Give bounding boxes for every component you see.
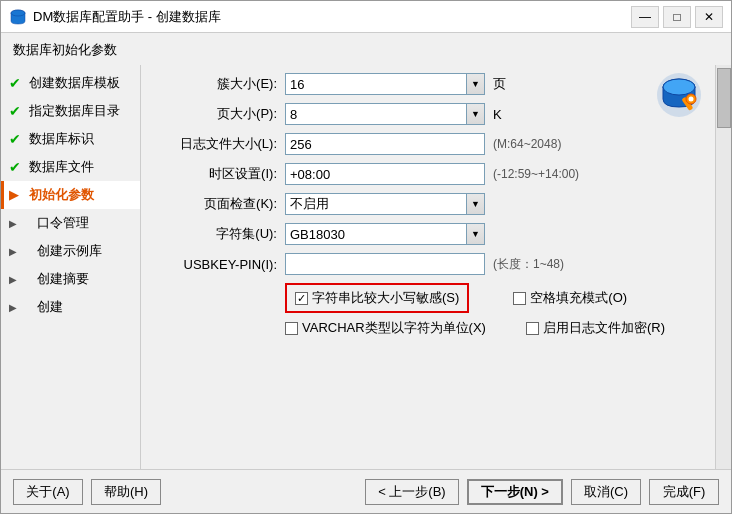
finish-button[interactable]: 完成(F) — [649, 479, 719, 505]
usbkey-pin-input[interactable] — [285, 253, 485, 275]
sidebar-item-create[interactable]: ▶ 创建 — [1, 293, 140, 321]
triangle-icon: ▶ — [9, 218, 25, 229]
log-file-size-row: 日志文件大小(L): (M:64~2048) — [157, 133, 719, 155]
sidebar-item-db-id[interactable]: ✔ 数据库标识 — [1, 125, 140, 153]
timezone-hint: (-12:59~+14:00) — [493, 167, 579, 181]
log-encrypt-checkbox[interactable]: 启用日志文件加密(R) — [526, 319, 665, 337]
page-size-dropdown-btn[interactable]: ▼ — [466, 103, 484, 125]
charset-value: GB18030 — [286, 227, 466, 242]
footer: 关于(A) 帮助(H) < 上一步(B) 下一步(N) > 取消(C) 完成(F… — [1, 469, 731, 513]
usbkey-pin-row: USBKEY-PIN(I): (长度：1~48) — [157, 253, 719, 275]
cluster-size-label: 簇大小(E): — [157, 75, 277, 93]
main-window: DM数据库配置助手 - 创建数据库 — □ ✕ 数据库初始化参数 ✔ 创建数据库… — [0, 0, 732, 514]
logo-icon — [651, 69, 707, 121]
cancel-button[interactable]: 取消(C) — [571, 479, 641, 505]
case-sensitive-checkbox[interactable]: 字符串比较大小写敏感(S) — [295, 289, 459, 307]
charset-select[interactable]: GB18030 ▼ — [285, 223, 485, 245]
sidebar-item-label: 创建数据库模板 — [29, 74, 120, 92]
logo-area — [651, 69, 707, 124]
space-fill-checkbox-box[interactable] — [513, 292, 526, 305]
page-check-row: 页面检查(K): 不启用 ▼ — [157, 193, 719, 215]
sidebar-item-label: 创建 — [37, 298, 63, 316]
sidebar-item-label: 数据库文件 — [29, 158, 94, 176]
page-size-label: 页大小(P): — [157, 105, 277, 123]
case-sensitive-label: 字符串比较大小写敏感(S) — [312, 289, 459, 307]
log-encrypt-checkbox-box[interactable] — [526, 322, 539, 335]
next-button[interactable]: 下一步(N) > — [467, 479, 563, 505]
maximize-button[interactable]: □ — [663, 6, 691, 28]
prev-button[interactable]: < 上一步(B) — [365, 479, 459, 505]
log-file-size-input[interactable] — [285, 133, 485, 155]
varchar-char-label: VARCHAR类型以字符为单位(X) — [302, 319, 486, 337]
svg-point-4 — [663, 79, 695, 95]
help-button[interactable]: 帮助(H) — [91, 479, 161, 505]
about-button[interactable]: 关于(A) — [13, 479, 83, 505]
space-fill-label: 空格填充模式(O) — [530, 289, 627, 307]
minimize-button[interactable]: — — [631, 6, 659, 28]
checkbox-row-1: 字符串比较大小写敏感(S) 空格填充模式(O) — [285, 283, 719, 313]
check-icon: ✔ — [9, 131, 25, 147]
check-icon: ✔ — [9, 159, 25, 175]
sidebar-item-init-params[interactable]: ▶ 初始化参数 — [1, 181, 140, 209]
cluster-size-unit: 页 — [493, 75, 506, 93]
checkbox-row-2: VARCHAR类型以字符为单位(X) 启用日志文件加密(R) — [285, 319, 719, 337]
svg-point-1 — [11, 10, 25, 16]
sidebar-item-specify-dir[interactable]: ✔ 指定数据库目录 — [1, 97, 140, 125]
sidebar-item-create-summary[interactable]: ▶ 创建摘要 — [1, 265, 140, 293]
app-icon — [9, 8, 27, 26]
sidebar-item-label: 数据库标识 — [29, 130, 94, 148]
timezone-input[interactable] — [285, 163, 485, 185]
sidebar-item-label: 创建摘要 — [37, 270, 89, 288]
cluster-size-row: 簇大小(E): 16 ▼ 页 — [157, 73, 719, 95]
page-check-value: 不启用 — [286, 195, 466, 213]
sidebar-item-label: 指定数据库目录 — [29, 102, 120, 120]
content-area: ✔ 创建数据库模板 ✔ 指定数据库目录 ✔ 数据库标识 ✔ 数据库文件 ▶ — [1, 65, 731, 469]
case-sensitive-highlight: 字符串比较大小写敏感(S) — [285, 283, 469, 313]
triangle-icon: ▶ — [9, 302, 25, 313]
log-file-size-hint: (M:64~2048) — [493, 137, 561, 151]
page-check-label: 页面检查(K): — [157, 195, 277, 213]
title-bar: DM数据库配置助手 - 创建数据库 — □ ✕ — [1, 1, 731, 33]
main-form: 簇大小(E): 16 ▼ 页 页大小(P): 8 ▼ K — [141, 65, 731, 469]
page-size-unit: K — [493, 107, 502, 122]
scrollbar-track[interactable] — [715, 65, 731, 469]
scrollbar-thumb[interactable] — [717, 68, 731, 128]
title-bar-left: DM数据库配置助手 - 创建数据库 — [9, 8, 221, 26]
cluster-size-dropdown-btn[interactable]: ▼ — [466, 73, 484, 95]
log-encrypt-label: 启用日志文件加密(R) — [543, 319, 665, 337]
page-check-select[interactable]: 不启用 ▼ — [285, 193, 485, 215]
check-icon: ✔ — [9, 75, 25, 91]
sidebar: ✔ 创建数据库模板 ✔ 指定数据库目录 ✔ 数据库标识 ✔ 数据库文件 ▶ — [1, 65, 141, 469]
cluster-size-value: 16 — [286, 77, 466, 92]
cluster-size-select[interactable]: 16 ▼ — [285, 73, 485, 95]
footer-left: 关于(A) 帮助(H) — [13, 479, 161, 505]
triangle-icon: ▶ — [9, 246, 25, 257]
page-title: 数据库初始化参数 — [1, 33, 731, 65]
case-sensitive-checkbox-box[interactable] — [295, 292, 308, 305]
arrow-right-icon: ▶ — [9, 188, 25, 202]
timezone-row: 时区设置(I): (-12:59~+14:00) — [157, 163, 719, 185]
timezone-label: 时区设置(I): — [157, 165, 277, 183]
title-bar-controls: — □ ✕ — [631, 6, 723, 28]
sidebar-item-password-mgmt[interactable]: ▶ 口令管理 — [1, 209, 140, 237]
close-button[interactable]: ✕ — [695, 6, 723, 28]
footer-right: < 上一步(B) 下一步(N) > 取消(C) 完成(F) — [365, 479, 719, 505]
varchar-char-checkbox-box[interactable] — [285, 322, 298, 335]
sidebar-item-create-template[interactable]: ✔ 创建数据库模板 — [1, 69, 140, 97]
charset-dropdown-btn[interactable]: ▼ — [466, 223, 484, 245]
triangle-icon: ▶ — [9, 274, 25, 285]
charset-label: 字符集(U): — [157, 225, 277, 243]
page-check-dropdown-btn[interactable]: ▼ — [466, 193, 484, 215]
svg-point-7 — [689, 97, 694, 102]
space-fill-checkbox[interactable]: 空格填充模式(O) — [513, 289, 627, 307]
sidebar-item-label: 初始化参数 — [29, 186, 94, 204]
page-size-row: 页大小(P): 8 ▼ K — [157, 103, 719, 125]
page-size-select[interactable]: 8 ▼ — [285, 103, 485, 125]
sidebar-item-db-file[interactable]: ✔ 数据库文件 — [1, 153, 140, 181]
log-file-size-label: 日志文件大小(L): — [157, 135, 277, 153]
varchar-char-checkbox[interactable]: VARCHAR类型以字符为单位(X) — [285, 319, 486, 337]
charset-row: 字符集(U): GB18030 ▼ — [157, 223, 719, 245]
usbkey-pin-hint: (长度：1~48) — [493, 256, 564, 273]
page-size-value: 8 — [286, 107, 466, 122]
sidebar-item-create-sample[interactable]: ▶ 创建示例库 — [1, 237, 140, 265]
